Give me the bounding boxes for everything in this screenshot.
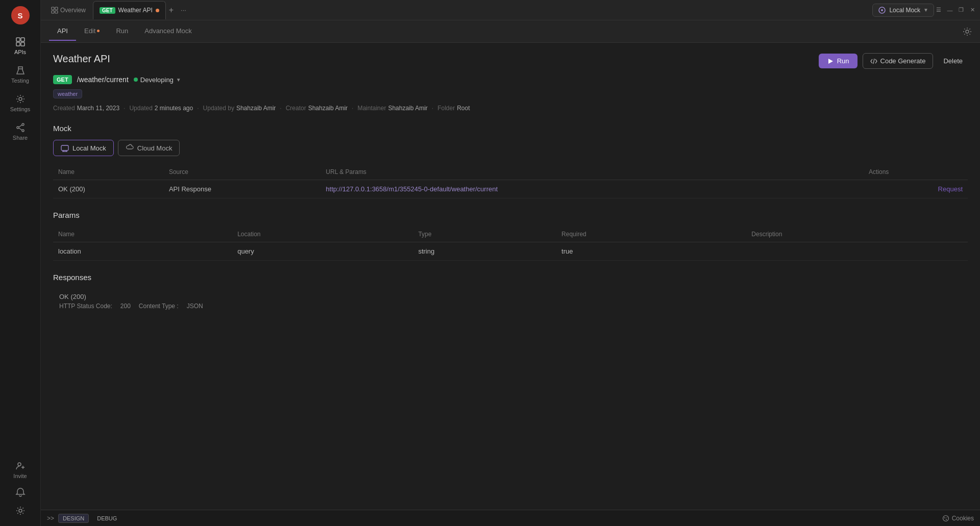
sidebar-item-share[interactable]: Share xyxy=(4,118,37,145)
page-title: Weather API xyxy=(53,53,110,65)
svg-point-30 xyxy=(946,517,947,517)
tab-overview[interactable]: Overview xyxy=(45,1,92,19)
sidebar-item-testing-label: Testing xyxy=(11,78,29,84)
sidebar-item-share-label: Share xyxy=(13,135,28,141)
content-tab-run[interactable]: Run xyxy=(108,22,136,41)
sidebar-bottom: Invite xyxy=(4,457,37,520)
svg-rect-0 xyxy=(16,38,20,41)
mock-col-name: Name xyxy=(53,164,164,180)
avatar[interactable]: S xyxy=(11,6,30,24)
meta-updated-value: 2 minutes ago xyxy=(155,105,193,112)
main-area: Overview GET Weather API + ··· Local Moc… xyxy=(41,0,980,526)
env-selector[interactable]: Local Mock ▼ xyxy=(872,4,934,17)
content-tab-advanced-mock[interactable]: Advanced Mock xyxy=(136,22,200,41)
page-content: Weather API Run Code Generate Del xyxy=(41,43,980,510)
run-button-label: Run xyxy=(837,57,849,65)
meta-divider-5: · xyxy=(432,105,433,112)
meta-maintainer: Maintainer Shahzaib Amir xyxy=(357,105,427,112)
tab-add-button[interactable]: + xyxy=(167,4,176,16)
api-tag[interactable]: weather xyxy=(53,89,82,98)
tab-more-button[interactable]: ··· xyxy=(179,4,188,16)
content-tabs: API Edit Run Advanced Mock xyxy=(41,20,980,43)
api-path-row: GET /weather/current Developing ▼ xyxy=(53,75,968,84)
window-menu-button[interactable]: ☰ xyxy=(935,7,942,14)
params-table: Name Location Type Required Description … xyxy=(53,227,968,261)
tab-weather-api[interactable]: GET Weather API xyxy=(93,1,166,19)
sidebar-item-notifications[interactable] xyxy=(4,483,37,502)
local-mock-button[interactable]: Local Mock xyxy=(53,140,114,156)
gear-icon xyxy=(15,506,26,516)
sidebar-item-apis[interactable]: APIs xyxy=(4,33,37,59)
status-label[interactable]: Developing ▼ xyxy=(134,76,181,84)
cookies-icon xyxy=(942,515,949,522)
meta-divider-2: · xyxy=(197,105,199,112)
content-tab-run-label: Run xyxy=(116,27,128,35)
responses-section-title: Responses xyxy=(53,273,968,282)
tab-title: Weather API xyxy=(118,7,153,14)
status-text: Developing xyxy=(140,76,174,84)
mock-table-row: OK (200) API Response http://127.0.0.1:3… xyxy=(53,180,968,198)
meta-updated-by-label: Updated by xyxy=(203,105,234,112)
svg-rect-18 xyxy=(55,11,58,13)
mock-section-title: Mock xyxy=(53,124,968,133)
sidebar-item-invite[interactable]: Invite xyxy=(4,457,37,483)
sidebar: S APIs Testing Settings Shar xyxy=(0,0,41,526)
svg-point-6 xyxy=(22,123,24,126)
page-header: Weather API Run Code Generate Del xyxy=(53,53,968,69)
params-col-location: Location xyxy=(232,227,413,242)
meta-creator-label: Creator xyxy=(286,105,306,112)
mock-row-url: http://127.0.0.1:3658/m1/355245-0-defaul… xyxy=(321,180,864,198)
meta-maintainer-label: Maintainer xyxy=(357,105,386,112)
mock-row-action[interactable]: Request xyxy=(864,180,968,198)
svg-point-28 xyxy=(944,517,945,518)
delete-button[interactable]: Delete xyxy=(938,54,968,68)
svg-rect-1 xyxy=(21,38,24,41)
env-chevron-icon: ▼ xyxy=(923,7,928,13)
sidebar-item-invite-label: Invite xyxy=(13,473,27,479)
code-generate-button[interactable]: Code Generate xyxy=(863,53,934,69)
response-label: OK (200) xyxy=(59,293,962,300)
sidebar-item-apis-label: APIs xyxy=(14,49,26,55)
svg-point-27 xyxy=(943,515,948,521)
meta-updated-label: Updated xyxy=(129,105,152,112)
design-tab[interactable]: DESIGN xyxy=(58,514,89,523)
svg-rect-23 xyxy=(61,145,68,151)
window-close-button[interactable]: ✕ xyxy=(969,7,976,14)
meta-created-label: Created xyxy=(53,105,75,112)
param-required: true xyxy=(556,242,746,261)
cookies-button[interactable]: Cookies xyxy=(942,515,974,522)
svg-point-29 xyxy=(946,519,947,520)
env-label: Local Mock xyxy=(889,7,920,14)
settings-panel-icon[interactable] xyxy=(963,27,972,36)
meta-maintainer-value: Shahzaib Amir xyxy=(388,105,427,112)
sidebar-item-testing[interactable]: Testing xyxy=(4,61,37,88)
debug-tab[interactable]: DEBUG xyxy=(93,514,121,522)
status-dot xyxy=(134,78,138,82)
svg-point-14 xyxy=(19,509,22,512)
content-tab-api[interactable]: API xyxy=(49,22,76,41)
header-actions: Run Code Generate Delete xyxy=(819,53,968,69)
meta-divider-1: · xyxy=(124,105,125,112)
sidebar-item-settings[interactable]: Settings xyxy=(4,90,37,116)
meta-row: Created March 11, 2023 · Updated 2 minut… xyxy=(53,105,968,112)
svg-point-8 xyxy=(17,127,19,129)
mock-col-source: Source xyxy=(164,164,321,180)
cloud-mock-button[interactable]: Cloud Mock xyxy=(118,140,180,156)
params-col-type: Type xyxy=(413,227,556,242)
run-button[interactable]: Run xyxy=(819,54,857,68)
content-tab-api-label: API xyxy=(57,27,68,35)
window-maximize-button[interactable]: ❐ xyxy=(958,7,965,14)
params-section-title: Params xyxy=(53,211,968,219)
overview-tab-label: Overview xyxy=(60,7,86,14)
sidebar-item-gear[interactable] xyxy=(4,502,37,520)
mock-toggle: Local Mock Cloud Mock xyxy=(53,140,968,156)
env-icon xyxy=(878,6,886,14)
bottom-bar: >> DESIGN DEBUG Cookies xyxy=(41,510,980,526)
content-tab-edit[interactable]: Edit xyxy=(76,22,108,41)
tabbar: Overview GET Weather API + ··· Local Moc… xyxy=(41,0,980,20)
local-mock-icon xyxy=(61,144,69,152)
run-icon xyxy=(827,58,834,65)
window-minimize-button[interactable]: — xyxy=(946,7,953,14)
expand-button[interactable]: >> xyxy=(47,515,54,522)
meta-updated: Updated 2 minutes ago xyxy=(129,105,193,112)
